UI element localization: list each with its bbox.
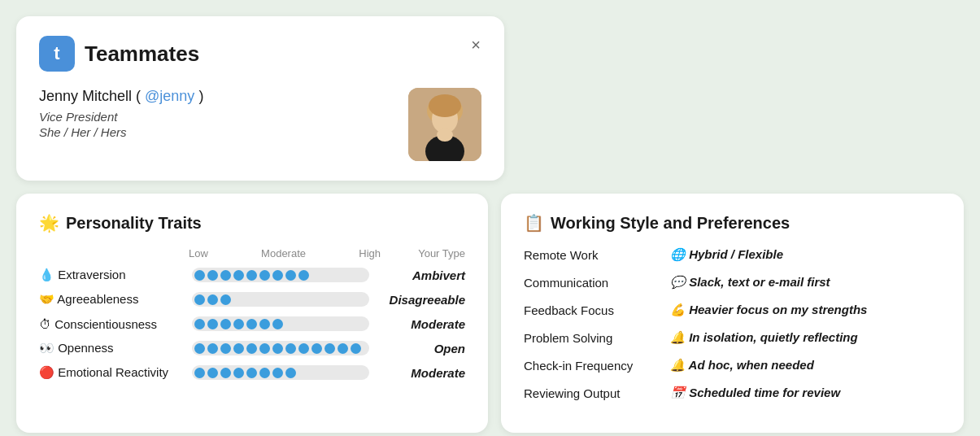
trait-dot [272, 319, 283, 329]
trait-dot [220, 270, 231, 281]
svg-point-3 [429, 94, 461, 117]
trait-dots [192, 292, 369, 307]
profile-card: t Teammates × Jenny Mitchell ( @jenny ) … [16, 16, 504, 181]
trait-dot [220, 368, 231, 378]
working-row: Remote Work🌐 Hybrid / Flexible [524, 247, 941, 262]
trait-bar [192, 292, 369, 307]
trait-dot [324, 343, 335, 354]
working-item-label: Communication [524, 276, 670, 290]
trait-name: 🔴 Emotional Reactivity [39, 365, 185, 380]
trait-dot [233, 343, 244, 354]
working-row: Feedback Focus💪 Heavier focus on my stre… [524, 303, 941, 317]
trait-value: Disagreeable [376, 293, 465, 307]
trait-dot [194, 319, 205, 329]
working-item-value: 🌐 Hybrid / Flexible [670, 247, 941, 262]
trait-dot [207, 319, 218, 329]
trait-dot [233, 270, 244, 281]
working-item-label: Feedback Focus [524, 303, 670, 317]
trait-dot [194, 294, 205, 305]
working-item-label: Problem Solving [524, 331, 670, 345]
trait-dot [246, 270, 257, 281]
trait-row: 💧 ExtraversionAmbivert [39, 268, 465, 282]
close-button[interactable]: × [464, 33, 488, 57]
trait-dot [298, 343, 309, 354]
trait-dot [338, 343, 348, 354]
personality-title: 🌟 Personality Traits [39, 213, 465, 233]
profile-pronouns: She / Her / Hers [39, 125, 203, 139]
card-header: t Teammates [39, 36, 481, 72]
trait-bar [192, 316, 369, 331]
app-logo: t [39, 36, 75, 72]
trait-dot [220, 343, 231, 354]
trait-dot [259, 368, 270, 378]
trait-dot [194, 270, 205, 281]
trait-dot [233, 319, 244, 329]
trait-dot [272, 343, 283, 354]
avatar [408, 88, 481, 161]
profile-section: Jenny Mitchell ( @jenny ) Vice President… [39, 88, 481, 161]
trait-dot [259, 270, 270, 281]
trait-dot [194, 368, 205, 378]
trait-dot [298, 270, 309, 281]
trait-row: 🔴 Emotional ReactivityModerate [39, 365, 465, 380]
trait-row: 🤝 AgreeablenessDisagreeable [39, 292, 465, 307]
trait-value: Moderate [376, 366, 465, 380]
working-row: Communication💬 Slack, text or e-mail fir… [524, 275, 941, 290]
profile-mention[interactable]: @jenny [145, 88, 194, 104]
working-item-value: 🔔 Ad hoc, when needed [670, 358, 941, 373]
working-card: 📋 Working Style and Preferences Remote W… [501, 194, 964, 433]
trait-dot [285, 343, 296, 354]
trait-dot [272, 368, 283, 378]
trait-dot [351, 343, 361, 354]
trait-name: ⏱ Conscientiousness [39, 317, 185, 331]
trait-header-labels: Low Moderate High [185, 247, 384, 259]
trait-value: Open [376, 342, 465, 355]
trait-value: Ambivert [376, 268, 465, 282]
trait-dot [220, 294, 231, 305]
working-item-label: Reviewing Output [524, 386, 670, 400]
profile-title: Vice President [39, 110, 203, 124]
trait-dots [192, 365, 369, 380]
header-high: High [359, 247, 381, 259]
trait-rows: 💧 ExtraversionAmbivert🤝 AgreeablenessDis… [39, 268, 465, 380]
trait-row: 👀 OpennessOpen [39, 341, 465, 355]
trait-dot [194, 343, 205, 354]
profile-info: Jenny Mitchell ( @jenny ) Vice President… [39, 88, 203, 139]
trait-bar [192, 365, 369, 380]
your-type-label: Your Type [384, 247, 465, 259]
trait-bar [192, 268, 369, 282]
trait-name: 👀 Openness [39, 341, 185, 355]
personality-icon: 🌟 [39, 213, 59, 233]
trait-dot [246, 343, 257, 354]
working-title: 📋 Working Style and Preferences [524, 213, 941, 233]
trait-dot [207, 294, 218, 305]
header-moderate: Moderate [261, 247, 306, 259]
working-row: Check-in Frequency🔔 Ad hoc, when needed [524, 358, 941, 373]
trait-dot [285, 270, 296, 281]
trait-header: Low Moderate High Your Type [39, 247, 465, 259]
header-low: Low [189, 247, 208, 259]
trait-name: 💧 Extraversion [39, 268, 185, 282]
svg-point-5 [437, 129, 453, 142]
trait-dot [285, 368, 296, 378]
trait-dots [192, 268, 369, 282]
trait-dots [192, 341, 369, 355]
personality-card: 🌟 Personality Traits Low Moderate High Y… [16, 194, 488, 433]
working-item-label: Check-in Frequency [524, 359, 670, 373]
working-item-value: 🔔 In isolation, quietly reflecting [670, 330, 941, 345]
trait-dot [259, 319, 270, 329]
working-rows: Remote Work🌐 Hybrid / FlexibleCommunicat… [524, 247, 941, 400]
working-item-value: 💬 Slack, text or e-mail first [670, 275, 941, 290]
working-item-label: Remote Work [524, 248, 670, 262]
trait-value: Moderate [376, 317, 465, 331]
trait-dot [220, 319, 231, 329]
trait-dot [272, 270, 283, 281]
profile-name: Jenny Mitchell ( @jenny ) [39, 88, 203, 105]
working-icon: 📋 [524, 213, 544, 233]
working-item-value: 💪 Heavier focus on my strengths [670, 303, 941, 317]
working-row: Problem Solving🔔 In isolation, quietly r… [524, 330, 941, 345]
trait-dot [246, 368, 257, 378]
working-row: Reviewing Output📅 Scheduled time for rev… [524, 386, 941, 400]
app-title: Teammates [85, 41, 199, 67]
trait-bar [192, 341, 369, 355]
